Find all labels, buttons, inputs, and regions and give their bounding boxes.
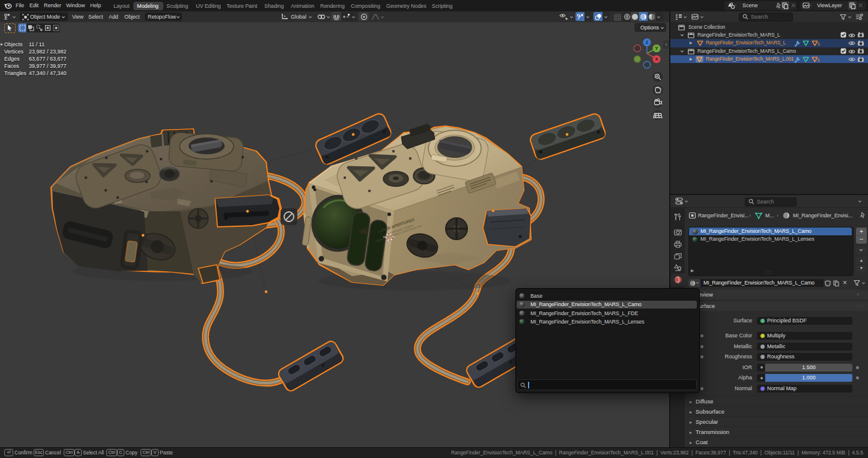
svg-text:X: X bbox=[655, 56, 658, 62]
svg-text:Y: Y bbox=[655, 46, 658, 51]
svg-text:Z: Z bbox=[646, 40, 649, 45]
